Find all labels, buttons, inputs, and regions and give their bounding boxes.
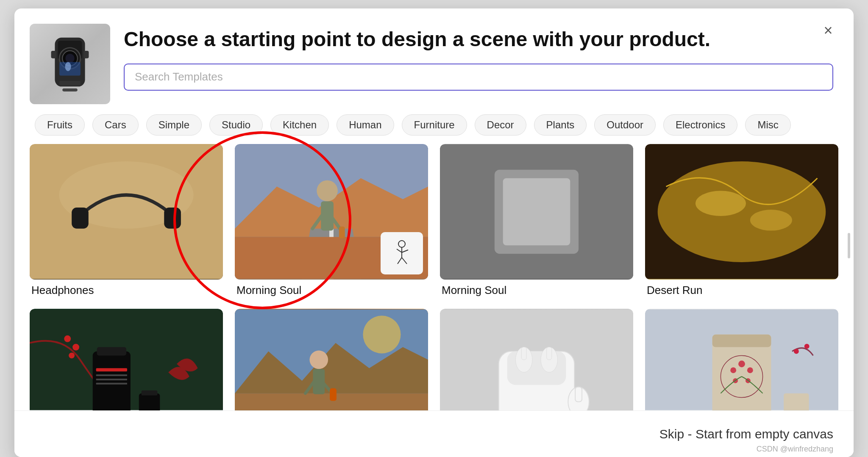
filter-tag-plants[interactable]: Plants [534,114,587,136]
svg-point-85 [804,344,810,349]
svg-rect-8 [59,81,81,86]
svg-point-44 [64,335,71,342]
svg-rect-51 [96,379,127,380]
svg-rect-7 [62,89,78,91]
filter-tag-outdoor[interactable]: Outdoor [594,114,656,136]
modal-dialog: × [14,8,854,457]
svg-point-4 [65,54,74,63]
watermark: CSDN @winfredzhang [757,445,833,454]
svg-rect-54 [142,391,158,396]
filter-tags-container: FruitsCarsSimpleStudioKitchenHumanFurnit… [14,104,854,144]
svg-rect-73 [575,387,582,402]
filter-tag-electronics[interactable]: Electronics [663,114,737,136]
card-morning-soul-1[interactable]: Morning Soul [235,144,428,297]
card-desert-run-image [645,144,838,280]
card-desert-run[interactable]: Desert Run [645,144,838,297]
filter-tag-human[interactable]: Human [337,114,394,136]
svg-rect-14 [164,208,181,229]
svg-rect-52 [96,383,127,385]
svg-point-80 [730,367,736,373]
headphones-scene-svg [30,144,223,280]
svg-point-41 [750,210,792,231]
filter-tag-studio[interactable]: Studio [209,114,263,136]
svg-rect-5 [51,51,56,58]
close-button[interactable]: × [818,20,838,41]
svg-rect-13 [72,208,89,229]
desert-run-svg [645,144,838,280]
morning-soul-2-svg [440,144,633,280]
svg-rect-6 [83,51,89,58]
filter-tag-fruits[interactable]: Fruits [35,114,85,136]
svg-rect-69 [521,347,526,360]
modal-overlay: × [0,0,868,457]
svg-rect-77 [712,335,771,347]
svg-point-59 [363,316,401,353]
card-desert-run-label: Desert Run [645,284,838,297]
svg-point-79 [738,360,745,367]
svg-point-60 [309,351,328,369]
svg-point-10 [65,62,71,71]
filter-tag-kitchen[interactable]: Kitchen [270,114,329,136]
template-grid: Headphones [30,144,838,449]
search-input[interactable] [124,64,833,91]
svg-rect-27 [339,227,345,238]
scrollbar-hint[interactable] [848,233,850,258]
filter-tag-decor[interactable]: Decor [475,114,526,136]
header-right: Choose a starting point to design a scen… [124,24,833,91]
svg-rect-64 [330,388,337,401]
svg-rect-48 [97,347,126,356]
svg-point-40 [696,191,746,216]
product-thumb-bg [30,24,110,104]
filter-tag-furniture[interactable]: Furniture [402,114,467,136]
svg-rect-47 [93,352,131,419]
product-thumbnail [30,24,110,104]
filter-tag-misc[interactable]: Misc [745,114,790,136]
card-headphones-label: Headphones [30,284,223,297]
product-camera-icon [40,30,100,98]
card-morning-soul-2-image [440,144,633,280]
card-morning-soul-2[interactable]: Morning Soul [440,144,633,297]
card-morning-soul-1-image [235,144,428,280]
card-headphones[interactable]: Headphones [30,144,223,297]
card-morning-soul-1-label: Morning Soul [235,284,428,297]
svg-point-45 [72,344,79,351]
skip-link[interactable]: Skip - Start from empty canvas [659,427,833,441]
svg-point-46 [69,352,75,358]
svg-point-84 [794,349,799,354]
filter-tag-simple[interactable]: Simple [146,114,202,136]
svg-rect-49 [96,368,127,371]
svg-rect-50 [96,374,127,376]
svg-rect-71 [547,347,552,360]
svg-point-39 [658,161,826,262]
footer-area: Skip - Start from empty canvas [14,410,854,457]
card-overlay-icon [381,232,423,274]
svg-point-81 [747,367,753,373]
modal-header: Choose a starting point to design a scen… [14,8,854,104]
card-morning-soul-2-label: Morning Soul [440,284,633,297]
card-headphones-image [30,144,223,280]
modal-title: Choose a starting point to design a scen… [124,27,833,52]
svg-rect-37 [503,178,570,246]
overlay-runner-icon [385,236,419,270]
filter-tag-cars[interactable]: Cars [92,114,139,136]
svg-point-23 [317,180,338,202]
